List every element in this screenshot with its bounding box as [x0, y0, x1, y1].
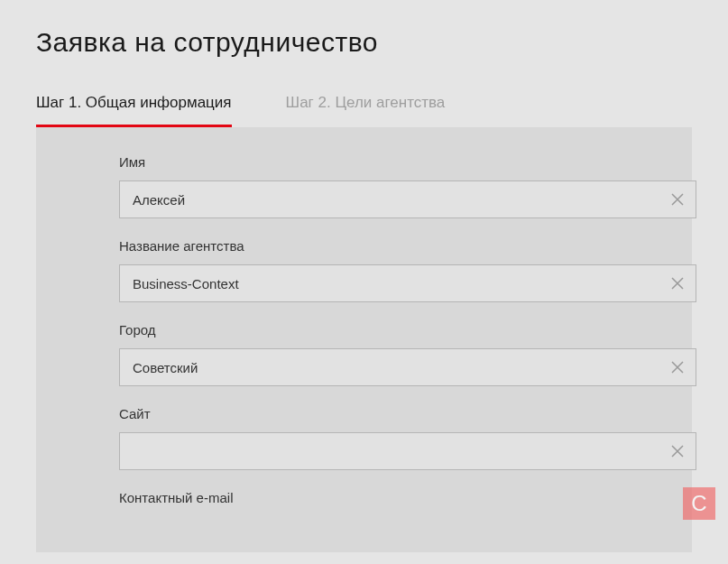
form-group-site: Сайт — [119, 406, 692, 470]
email-label: Контактный e-mail — [119, 490, 692, 505]
name-label: Имя — [119, 154, 692, 170]
tab-step-1[interactable]: Шаг 1. Общая информация — [36, 94, 232, 127]
agency-input[interactable] — [119, 264, 696, 302]
name-clear-button[interactable] — [659, 180, 696, 218]
name-input-wrapper — [119, 180, 696, 218]
city-label: Город — [119, 322, 692, 337]
city-input-wrapper — [119, 348, 696, 386]
city-input[interactable] — [119, 348, 696, 386]
form-group-name: Имя — [119, 154, 692, 218]
site-input-wrapper — [119, 432, 696, 470]
tabs: Шаг 1. Общая информация Шаг 2. Цели аген… — [36, 94, 692, 127]
city-clear-button[interactable] — [659, 348, 696, 386]
site-input[interactable] — [119, 432, 696, 470]
agency-label: Название агентства — [119, 238, 692, 254]
close-icon — [670, 276, 685, 291]
form-group-city: Город — [119, 322, 692, 386]
agency-clear-button[interactable] — [659, 264, 696, 302]
close-icon — [670, 360, 685, 374]
watermark: C — [683, 487, 715, 520]
site-clear-button[interactable] — [659, 432, 696, 470]
close-icon — [670, 444, 685, 458]
page-title: Заявка на сотрудничество — [36, 27, 692, 58]
name-input[interactable] — [119, 180, 696, 218]
agency-input-wrapper — [119, 264, 696, 302]
tab-step-2[interactable]: Шаг 2. Цели агентства — [286, 94, 446, 127]
form-panel: Имя Название агентства Город — [36, 127, 692, 552]
form-group-agency: Название агентства — [119, 238, 692, 302]
close-icon — [670, 192, 685, 207]
site-label: Сайт — [119, 406, 692, 421]
form-group-email: Контактный e-mail — [119, 490, 692, 505]
